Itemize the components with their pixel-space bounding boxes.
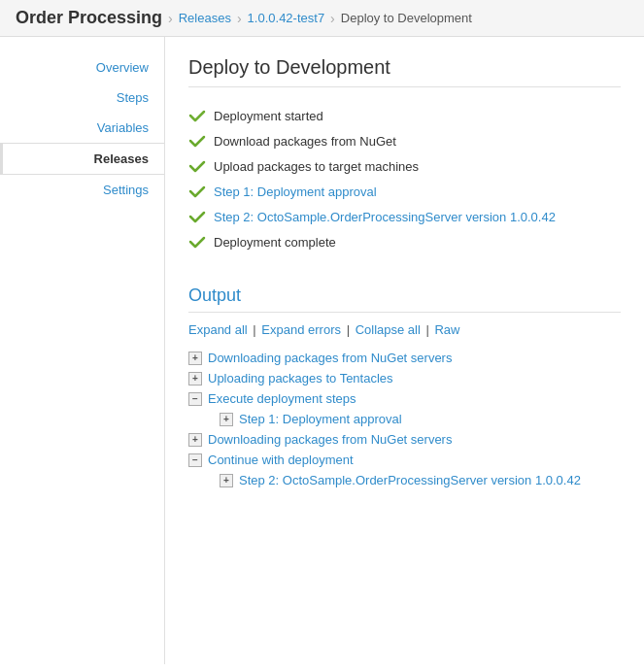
check-icon bbox=[188, 208, 206, 225]
breadcrumb-current: Deploy to Development bbox=[341, 11, 472, 25]
tree-item-row: + Step 1: Deployment approval bbox=[220, 412, 621, 426]
sidebar-item-steps[interactable]: Steps bbox=[0, 83, 164, 113]
check-icon bbox=[188, 183, 206, 200]
tree-link-downloading-nuget2[interactable]: Downloading packages from NuGet servers bbox=[208, 432, 452, 447]
check-icon bbox=[188, 233, 206, 251]
sidebar-item-variables[interactable]: Variables bbox=[0, 113, 164, 143]
check-icon bbox=[188, 132, 206, 150]
check-icon bbox=[188, 107, 206, 124]
tree-item-uploading-tentacles: + Uploading packages to Tentacles bbox=[188, 371, 621, 386]
sep2: | bbox=[347, 322, 354, 337]
tree-children-continue: + Step 2: OctoSample.OrderProcessingServ… bbox=[220, 473, 621, 487]
raw-link[interactable]: Raw bbox=[434, 322, 459, 337]
deployment-steps-list: Deployment started Download packages fro… bbox=[188, 103, 621, 254]
tree-item-row: + Downloading packages from NuGet server… bbox=[188, 351, 621, 365]
breadcrumb-version[interactable]: 1.0.0.42-test7 bbox=[248, 11, 325, 25]
step2-link[interactable]: Step 2: OctoSample.OrderProcessingServer… bbox=[214, 210, 556, 224]
list-item: Deployment complete bbox=[188, 229, 621, 254]
tree-item-row: + Downloading packages from NuGet server… bbox=[188, 432, 621, 447]
step-deployment-started: Deployment started bbox=[214, 109, 323, 123]
check-icon bbox=[188, 157, 206, 175]
tree-link-execute-deployment[interactable]: Execute deployment steps bbox=[208, 391, 356, 406]
tree-item-row: + Step 2: OctoSample.OrderProcessingServ… bbox=[220, 473, 621, 487]
tree-item-row: + Uploading packages to Tentacles bbox=[188, 371, 621, 386]
step-deployment-complete: Deployment complete bbox=[214, 235, 336, 250]
list-item: Upload packages to target machines bbox=[188, 153, 621, 179]
collapse-all-link[interactable]: Collapse all bbox=[356, 322, 421, 337]
sidebar: Overview Steps Variables Releases Settin… bbox=[0, 37, 165, 664]
tree-link-continue-deployment[interactable]: Continue with deployment bbox=[208, 453, 354, 467]
expand-errors-link[interactable]: Expand errors bbox=[261, 322, 341, 337]
tree-toggle-expand[interactable]: + bbox=[220, 474, 233, 487]
step2-text: Step 2: OctoSample.OrderProcessingServer… bbox=[214, 210, 556, 224]
tree-link-downloading-nuget1[interactable]: Downloading packages from NuGet servers bbox=[208, 351, 452, 365]
sidebar-item-settings[interactable]: Settings bbox=[0, 175, 164, 205]
breadcrumb-releases[interactable]: Releases bbox=[179, 11, 231, 25]
breadcrumb-sep-1: › bbox=[168, 11, 173, 26]
output-tree: + Downloading packages from NuGet server… bbox=[188, 351, 621, 487]
tree-children-execute: + Step 1: Deployment approval bbox=[220, 412, 621, 426]
tree-child-item: + Step 1: Deployment approval bbox=[220, 412, 621, 426]
header: Order Processing › Releases › 1.0.0.42-t… bbox=[0, 0, 644, 37]
output-title: Output bbox=[188, 285, 621, 313]
main-content: Deploy to Development Deployment started bbox=[165, 37, 644, 664]
tree-link-step1-child[interactable]: Step 1: Deployment approval bbox=[239, 412, 402, 426]
tree-item-downloading-nuget1: + Downloading packages from NuGet server… bbox=[188, 351, 621, 365]
sep3: | bbox=[425, 322, 432, 337]
tree-toggle-expand[interactable]: + bbox=[188, 352, 202, 365]
tree-toggle-expand[interactable]: + bbox=[220, 413, 233, 426]
tree-link-step2-child[interactable]: Step 2: OctoSample.OrderProcessingServer… bbox=[239, 473, 581, 487]
tree-link-uploading-tentacles[interactable]: Uploading packages to Tentacles bbox=[208, 371, 393, 386]
tree-item-row: − Execute deployment steps bbox=[188, 391, 621, 406]
list-item: Step 2: OctoSample.OrderProcessingServer… bbox=[188, 204, 621, 229]
tree-item-row: − Continue with deployment bbox=[188, 453, 621, 467]
tree-toggle-collapse[interactable]: − bbox=[188, 392, 202, 406]
page-layout: Overview Steps Variables Releases Settin… bbox=[0, 37, 644, 664]
output-controls: Expand all | Expand errors | Collapse al… bbox=[188, 322, 621, 337]
tree-item-continue-deployment: − Continue with deployment + Step 2: Oct… bbox=[188, 453, 621, 487]
tree-item-downloading-nuget2: + Downloading packages from NuGet server… bbox=[188, 432, 621, 447]
page-title: Deploy to Development bbox=[188, 56, 621, 87]
list-item: Deployment started bbox=[188, 103, 621, 128]
tree-toggle-collapse[interactable]: − bbox=[188, 453, 202, 467]
step-upload-packages: Upload packages to target machines bbox=[214, 159, 419, 174]
step-download-packages: Download packages from NuGet bbox=[214, 134, 396, 149]
tree-toggle-expand[interactable]: + bbox=[188, 433, 202, 447]
breadcrumb-sep-2: › bbox=[237, 11, 242, 26]
sidebar-item-releases[interactable]: Releases bbox=[0, 143, 164, 175]
sep1: | bbox=[253, 322, 259, 337]
step2-version: 1.0.0.42 bbox=[510, 210, 556, 224]
tree-toggle-expand[interactable]: + bbox=[188, 372, 202, 386]
app-title: Order Processing bbox=[16, 8, 162, 28]
step1-link[interactable]: Step 1: Deployment approval bbox=[214, 185, 377, 199]
tree-child-item: + Step 2: OctoSample.OrderProcessingServ… bbox=[220, 473, 621, 487]
tree-item-execute-deployment: − Execute deployment steps + Step 1: Dep… bbox=[188, 391, 621, 426]
expand-all-link[interactable]: Expand all bbox=[188, 322, 248, 337]
sidebar-item-overview[interactable]: Overview bbox=[0, 52, 164, 83]
breadcrumb-sep-3: › bbox=[330, 11, 335, 26]
output-section: Output Expand all | Expand errors | Coll… bbox=[188, 285, 621, 487]
list-item: Download packages from NuGet bbox=[188, 128, 621, 153]
list-item: Step 1: Deployment approval bbox=[188, 179, 621, 204]
